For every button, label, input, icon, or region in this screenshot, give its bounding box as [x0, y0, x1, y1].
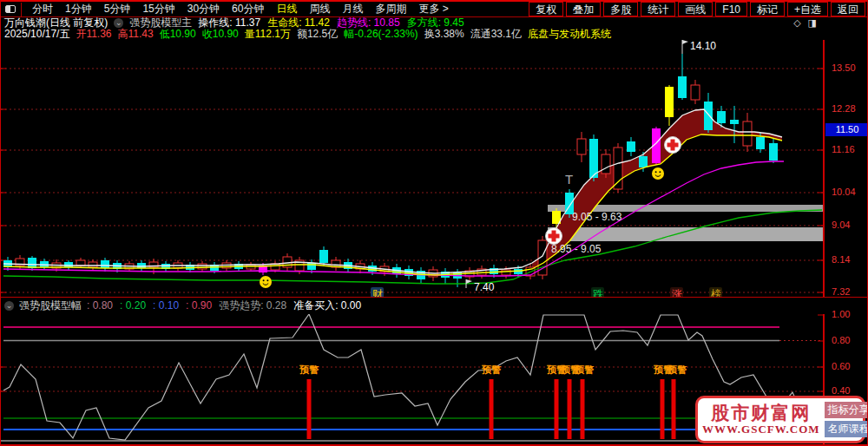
toolbar-button-复权[interactable]: 复权 [529, 2, 563, 16]
app-window: 分时1分钟5分钟15分钟30分钟60分钟日线周线月线多周期更多 > 复权叠加多股… [0, 0, 868, 446]
quote-field: 收10.90 [202, 29, 239, 40]
value-axis-label: 0.60 [825, 361, 865, 371]
quote-field: 底盘与发动机系统 [528, 29, 611, 40]
svg-text:7.40: 7.40 [474, 281, 495, 293]
indicator-params: 操作线: 11.37生命线: 11.42趋势线: 10.85多方线: 9.45 [198, 17, 470, 29]
main-chart[interactable]: 9.05 - 9.638.95 - 9.0514.107.40T财跌涨榜 13.… [1, 40, 868, 297]
svg-text:预警: 预警 [299, 364, 319, 375]
watermark: 股市财富网 WWW.GSCFW.COM 指标分享 名师课程 [695, 396, 865, 443]
topbar: 分时1分钟5分钟15分钟30分钟60分钟日线周线月线多周期更多 > 复权叠加多股… [1, 0, 868, 17]
toolbar-button-F10[interactable]: F10 [715, 2, 747, 16]
svg-text:涨: 涨 [671, 288, 682, 298]
quote-field: 换3.38% [424, 29, 464, 40]
menu-item-5分钟[interactable]: 5分钟 [99, 2, 136, 16]
indicator-param: 多方线: 9.45 [407, 17, 464, 29]
sub-indicator-param: : 0.20 [120, 299, 146, 312]
watermark-url: WWW.GSCFW.COM [702, 423, 820, 436]
layout-icon[interactable] [5, 5, 16, 13]
quote-fields: 开11.36高11.43低10.90收10.90量112.1万额12.5亿幅-0… [76, 29, 617, 40]
menu-item-多周期[interactable]: 多周期 [370, 2, 411, 16]
chevron-circle-icon[interactable]: ⌄ [114, 18, 123, 28]
value-axis-label: 0.40 [825, 385, 865, 396]
quote-field: 额12.5亿 [297, 29, 338, 40]
sub-indicator-params: : 0.80: 0.20: 0.10: 0.90强势趋势: 0.28准备买入: … [87, 298, 368, 313]
quote-field: 幅-0.26(-2.33%) [344, 29, 418, 40]
price-axis-label: 12.28 [825, 103, 865, 114]
stock-title: 万向钱潮(日线 前复权) [4, 17, 108, 29]
menu-item-月线[interactable]: 月线 [337, 2, 368, 16]
divider [21, 3, 22, 16]
menu-item-分时[interactable]: 分时 [27, 2, 58, 16]
watermark-title: 股市财富网 [702, 403, 820, 423]
toolbar-button-叠加[interactable]: 叠加 [566, 2, 601, 16]
svg-text:14.10: 14.10 [690, 40, 716, 52]
sub-indicator-param: : 0.80 [87, 299, 113, 312]
svg-text:跌: 跌 [593, 288, 603, 298]
quote-field: 流通33.1亿 [470, 29, 522, 40]
main-price-axis: 13.5012.2811.1610.049.048.147.3211.50 [824, 40, 868, 297]
quote-field: 量112.1万 [245, 29, 291, 40]
watermark-tag-1: 指标分享 [825, 402, 868, 418]
sub-indicator-param: : 0.90 [186, 299, 212, 312]
indicator-param: 操作线: 11.37 [198, 17, 260, 29]
sub-indicator-param: : 0.10 [153, 299, 179, 312]
window-icon[interactable]: ◨ [808, 17, 817, 29]
menu-item-日线[interactable]: 日线 [271, 2, 302, 16]
current-price-marker: 11.50 [825, 123, 868, 136]
date-label: 2025/10/17/五 [4, 29, 69, 40]
period-menu: 分时1分钟5分钟15分钟30分钟60分钟日线周线月线多周期更多 > [27, 2, 454, 16]
quote-field: 低10.90 [160, 29, 196, 40]
indicator-param: 生命线: 11.42 [267, 17, 330, 29]
toolbar-button-画线[interactable]: 画线 [678, 2, 713, 16]
menu-item-30分钟[interactable]: 30分钟 [182, 2, 225, 16]
sub-indicator-param: 准备买入: 0.00 [293, 299, 361, 312]
svg-text:预警: 预警 [667, 364, 687, 375]
info-row-1: 万向钱潮(日线 前复权) ⌄ 强势股模型主 操作线: 11.37生命线: 11.… [1, 17, 824, 29]
info-row-2: 2025/10/17/五 开11.36高11.43低10.90收10.90量11… [1, 29, 824, 40]
menu-item-1分钟[interactable]: 1分钟 [60, 2, 97, 16]
watermark-tag-2: 名师课程 [825, 421, 868, 437]
toolbar-button-标记[interactable]: 标记 [750, 2, 785, 16]
value-axis-label: 0.80 [825, 335, 865, 345]
toolbar-buttons: 复权叠加多股统计画线F10标记+自选返回 [526, 2, 865, 16]
toolbar-button-多股[interactable]: 多股 [603, 2, 638, 16]
toolbar-button-返回[interactable]: 返回 [831, 2, 865, 16]
price-axis-label: 9.04 [825, 220, 865, 230]
chevron-circle-icon[interactable]: ⌄ [4, 301, 14, 311]
sub-indicator-header: ⌄ 强势股模型幅 : 0.80: 0.20: 0.10: 0.90强势趋势: 0… [1, 297, 868, 314]
sub-indicator-name[interactable]: 强势股模型幅 [19, 298, 82, 313]
svg-text:预警: 预警 [481, 364, 502, 375]
svg-text:9.05 - 9.63: 9.05 - 9.63 [572, 211, 622, 223]
value-axis-label: 1.00 [825, 309, 865, 319]
menu-item-更多 >[interactable]: 更多 > [413, 2, 453, 16]
price-axis-label: 13.50 [825, 62, 865, 73]
svg-text:财: 财 [372, 288, 383, 298]
quote-field: 开11.36 [76, 29, 111, 40]
diamond-icon[interactable]: ◇ [793, 17, 800, 29]
indicator-param: 趋势线: 10.85 [337, 17, 400, 29]
indicator-name[interactable]: 强势股模型主 [129, 17, 192, 29]
svg-text:8.95 - 9.05: 8.95 - 9.05 [551, 243, 602, 255]
menu-item-周线[interactable]: 周线 [304, 2, 335, 16]
price-axis-label: 7.32 [825, 286, 865, 297]
sub-indicator-param: 强势趋势: 0.28 [219, 299, 286, 312]
price-axis-label: 11.16 [825, 144, 865, 154]
quote-field: 高11.43 [118, 29, 154, 40]
menu-item-60分钟[interactable]: 60分钟 [227, 2, 269, 16]
svg-text:T: T [565, 172, 573, 187]
svg-text:榜: 榜 [710, 288, 721, 298]
svg-text:预警: 预警 [574, 364, 595, 375]
price-axis-label: 8.14 [825, 254, 865, 265]
main-chart-canvas[interactable]: 9.05 - 9.638.95 - 9.0514.107.40T财跌涨榜 [1, 40, 824, 297]
menu-item-15分钟[interactable]: 15分钟 [137, 2, 180, 16]
toolbar-button-+自选[interactable]: +自选 [787, 2, 828, 16]
price-axis-label: 10.04 [825, 187, 865, 197]
toolbar-button-统计[interactable]: 统计 [641, 2, 675, 16]
